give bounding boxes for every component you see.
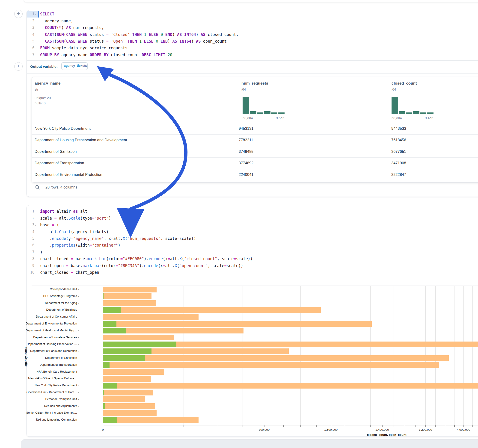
line-number: 3: [26, 25, 34, 31]
output-variable-badge[interactable]: agency_tickets: [61, 62, 88, 70]
axis-tick: [415, 425, 415, 427]
open-count-bar: [103, 300, 103, 306]
divider: [27, 73, 478, 74]
code-text: .encode(y="agency_name", x=alt.X("num_re…: [40, 235, 196, 242]
search-icon[interactable]: [35, 185, 40, 191]
table-dimensions-label: 20 rows, 4 columns: [45, 185, 77, 189]
x-axis-title: closed_count, open_count: [367, 433, 406, 436]
line-number: 3: [26, 222, 34, 228]
code-line[interactable]: 4 alt.Chart(agency_tickets): [0, 229, 475, 235]
axis-tick: [454, 425, 455, 427]
y-tick-label: Department of Homeless Services: [0, 336, 77, 339]
closed-count-bar: [103, 383, 478, 389]
code-line[interactable]: 4 CAST(SUM(CASE WHEN status = 'Closed' T…: [0, 31, 475, 38]
y-tick-label: Department of Environmental Protection: [0, 322, 77, 325]
axis-tick: [78, 289, 79, 290]
histogram-bar: [427, 112, 434, 114]
code-line[interactable]: 7GROUP BY agency_name ORDER BY closed_co…: [0, 52, 475, 58]
code-line[interactable]: 1import altair as alt: [0, 208, 475, 215]
y-tick-label: Mayorâ€ s Office of Special Enforce…: [0, 377, 77, 380]
code-line[interactable]: 3 COUNT(*) AS num_requests,: [0, 25, 475, 31]
histogram-bar: [278, 112, 284, 114]
y-tick-label: Department of Consumer Affairs: [0, 315, 77, 318]
code-text: .properties(width="container"): [40, 242, 120, 249]
code-line[interactable]: 6 .properties(width="container"): [0, 242, 475, 249]
axis-tick: [464, 425, 464, 427]
axis-tick: [358, 425, 358, 427]
open-count-bar: [103, 403, 105, 409]
y-tick-label: Department of Health and Mental Hyg…: [0, 329, 77, 332]
table-cell-agency: Department of Housing Preservation and D…: [35, 138, 127, 142]
axis-tick: [78, 420, 79, 420]
histogram-bar: [243, 97, 249, 114]
axis-tick: [78, 303, 79, 304]
table-preview-card: [31, 77, 478, 182]
line-number: 2: [26, 18, 34, 25]
code-line[interactable]: 2scale = alt.Scale(type="sqrt"): [0, 215, 475, 222]
y-tick-label: Refunds and Adjustments: [0, 404, 77, 408]
table-cell-value: 3774892: [239, 161, 253, 165]
line-number: 1: [26, 11, 34, 18]
previous-cell-edge: [24, 0, 478, 2]
code-line[interactable]: 1∨SELECT: [0, 11, 475, 18]
axis-tick: [394, 425, 394, 427]
column-header-closed-count[interactable]: closed_count: [391, 81, 417, 86]
y-tick-label: DHS Advantage Programs: [0, 294, 77, 298]
axis-tick: [425, 425, 426, 427]
open-count-bar: [103, 342, 176, 347]
closed-count-bar: [103, 293, 151, 299]
histogram-bar: [406, 112, 412, 114]
table-cell-agency: Department of Sanitation: [35, 149, 77, 154]
code-text: import altair as alt: [40, 208, 87, 215]
hist-min-label: 53,304: [243, 116, 253, 120]
y-tick-label: Department of Housing Preservation …: [0, 342, 77, 346]
row-separator: [32, 169, 478, 169]
y-tick-label: Department of Parks and Recreation: [0, 349, 77, 353]
code-line[interactable]: 8chart_closed = base.mark_bar(color="#FF…: [0, 255, 475, 262]
code-line[interactable]: 2 agency_name,: [0, 18, 475, 25]
axis-tick: [435, 425, 436, 427]
hist-max-label: 9.5e6: [276, 116, 284, 120]
code-line[interactable]: 6FROM sample_data.nyc.service_requests: [0, 45, 475, 51]
axis-tick: [78, 358, 79, 359]
code-line[interactable]: 9chart_open = base.mark_bar(color="#8BC3…: [0, 262, 475, 269]
gridline: [454, 286, 454, 425]
gridline: [464, 286, 464, 425]
column-header-agency-name[interactable]: agency_name: [35, 81, 60, 86]
fold-chevron-icon[interactable]: ∨: [35, 11, 37, 18]
fold-chevron-icon[interactable]: ∨: [35, 222, 37, 229]
code-line[interactable]: 10chart_closed + chart_open: [0, 269, 475, 276]
hist-max-label: 9.4e6: [425, 116, 433, 120]
closed-count-bar: [103, 314, 199, 320]
code-line[interactable]: 5 CAST(SUM(CASE WHEN status = 'Open' THE…: [0, 38, 475, 45]
axis-tick: [78, 365, 79, 365]
table-cell-value: 7618456: [391, 138, 406, 142]
hist-min-label: 53,304: [391, 116, 402, 120]
table-cell-value: 3677651: [391, 149, 406, 154]
axis-tick: [217, 425, 217, 427]
add-cell-button-output[interactable]: +: [14, 62, 23, 70]
open-count-bar: [103, 307, 121, 313]
code-line[interactable]: 7): [0, 249, 475, 255]
line-number: 5: [26, 235, 34, 242]
code-text: chart_open = base.mark_bar(color="#8BC34…: [40, 262, 243, 269]
line-number: 7: [26, 249, 34, 255]
code-line[interactable]: 5 .encode(y="agency_name", x=alt.X("num_…: [0, 235, 475, 242]
axis-tick: [316, 425, 317, 427]
open-count-bar: [103, 417, 117, 423]
column-header-num-requests[interactable]: num_requests: [241, 81, 268, 86]
x-tick-label: 2,400,000: [376, 428, 389, 431]
axis-tick: [78, 351, 79, 352]
axis-tick: [345, 425, 345, 427]
closed-count-bar: [103, 307, 321, 313]
num-requests-histogram: [243, 97, 284, 114]
next-cell-edge[interactable]: [21, 440, 478, 448]
table-cell-value: 3471908: [391, 161, 406, 165]
axis-tick: [103, 425, 103, 427]
line-number: 2: [26, 215, 34, 222]
closed-count-histogram: [391, 97, 434, 114]
text-cursor: [57, 12, 57, 17]
axis-tick: [472, 425, 473, 427]
row-separator: [32, 123, 478, 123]
code-line[interactable]: 3∨base = (: [0, 222, 475, 228]
